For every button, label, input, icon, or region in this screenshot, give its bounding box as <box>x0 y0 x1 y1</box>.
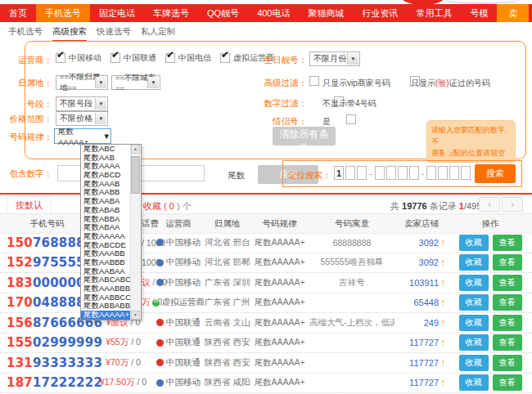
favorite-button[interactable]: 收藏 <box>459 374 489 391</box>
location-label: 归属地： <box>0 78 52 89</box>
vip-only-checkbox[interactable] <box>309 76 319 86</box>
phone-rest: 000000 <box>33 275 85 290</box>
next-page-button[interactable]: › <box>502 197 523 212</box>
subnav-item-3[interactable]: 私人定制 <box>141 26 175 42</box>
birthday-select[interactable]: 不限月份 ▼ <box>309 51 360 66</box>
position-search-button[interactable]: 搜索 <box>475 164 516 183</box>
meaning-cell: 高端大气-上档次，低调奢华... <box>309 317 394 329</box>
price-range-select[interactable]: 不限价格 ▼ <box>56 111 108 126</box>
position-digit-box[interactable] <box>449 166 459 180</box>
view-button[interactable]: 查看 <box>493 275 522 291</box>
scroll-down-icon[interactable]: ▼ <box>131 311 140 320</box>
view-button[interactable]: 查看 <box>493 355 522 371</box>
subnav-item-0[interactable]: 手机选号 <box>8 26 43 42</box>
carrier-cell: 中国移动 <box>152 237 205 248</box>
phone-number[interactable]: 18717222222 <box>0 375 94 390</box>
nav-item-3[interactable]: 车牌选号 <box>144 4 198 22</box>
subnav-item-1[interactable]: 高级搜索 <box>52 26 87 42</box>
favorite-button[interactable]: 收藏 <box>459 334 489 351</box>
region-cell: 陕西省 咸阳 <box>205 377 250 388</box>
chevron-down-icon[interactable]: ▼ <box>147 77 159 88</box>
view-button[interactable]: 查看 <box>493 235 522 251</box>
subnav-item-2[interactable]: 快速选号 <box>97 26 131 42</box>
favorite-button[interactable]: 收藏 <box>459 275 489 291</box>
phone-prefix: 170 <box>7 295 33 310</box>
birthday-label: 生日靓号： <box>260 55 307 66</box>
position-digit-box[interactable] <box>357 166 367 180</box>
view-button[interactable]: 查看 <box>493 294 522 311</box>
shop-link[interactable]: 65448 <box>413 298 439 307</box>
nav-item-1[interactable]: 手机选号 <box>36 4 90 22</box>
province-select[interactable]: ==不限归属地== ▼ <box>56 75 108 90</box>
position-digit-box[interactable] <box>409 166 419 180</box>
nav-item-2[interactable]: 固定电话 <box>90 4 144 22</box>
up-arrow-icon: ↑ <box>440 337 445 348</box>
seller-center-link[interactable]: 卖家服务中心 <box>497 4 529 22</box>
favorite-button[interactable]: 收藏 <box>459 254 489 271</box>
prev-page-button[interactable]: ‹ <box>479 197 500 212</box>
chevron-down-icon[interactable]: ▼ <box>103 132 110 141</box>
operator-option[interactable]: ✔中国电信 <box>165 52 211 64</box>
favorites-counter[interactable]: 收藏 ( 0 ) 个 <box>143 200 192 213</box>
position-digit-box[interactable] <box>438 166 448 180</box>
sort-default-button[interactable]: 按默认 <box>7 196 52 215</box>
checkbox-checked[interactable]: ✔ <box>110 53 120 63</box>
position-digit-box[interactable] <box>461 166 471 180</box>
region-cell: 河北省 邢台 <box>205 237 250 248</box>
nav-item-0[interactable]: 首页 <box>0 4 36 22</box>
nav-item-6[interactable]: 聚猫商城 <box>299 4 353 22</box>
shop-link[interactable]: 3092 <box>419 257 439 267</box>
shop-link[interactable]: 3092 <box>419 238 439 248</box>
view-button[interactable]: 查看 <box>493 315 522 331</box>
nav-item-7[interactable]: 行业资讯 <box>353 4 407 22</box>
table-row: 13193333333¥70万 / 0中国联通陕西省 西安尾数AAAAA+117… <box>0 353 532 374</box>
shop-link[interactable]: 117727 <box>409 358 439 368</box>
meaning-cell: 吉祥号 <box>309 277 394 289</box>
price-range-select-value: 不限价格 <box>60 113 92 124</box>
favorites-suffix: ) 个 <box>177 201 192 211</box>
operator-option[interactable]: ✔中国联通 <box>110 52 156 64</box>
view-button[interactable]: 查看 <box>493 254 522 271</box>
nav-item-4[interactable]: QQ靓号 <box>198 4 248 22</box>
nav-item-9[interactable]: 号模 <box>461 4 497 22</box>
position-digit-box[interactable] <box>386 166 396 180</box>
segment-select-value: 不限号段 <box>60 98 92 110</box>
position-digit-box[interactable] <box>426 166 436 180</box>
position-digit-box[interactable] <box>375 166 385 180</box>
checkbox-checked[interactable]: ✔ <box>165 53 175 63</box>
clear-all-button[interactable]: 清除所有条件 <box>273 127 336 146</box>
pattern-select[interactable]: 尾数AAAAA+ ▼ <box>54 128 111 144</box>
shop-link[interactable]: 117727 <box>409 378 439 387</box>
couple-checkbox[interactable] <box>346 114 356 124</box>
chevron-down-icon[interactable]: ▼ <box>347 53 358 65</box>
dropdown-scrollbar[interactable]: ▲ ▼ <box>130 145 141 320</box>
position-digit-box[interactable] <box>345 166 355 180</box>
checkbox-checked[interactable]: ✔ <box>56 53 65 63</box>
chevron-down-icon[interactable]: ▼ <box>95 113 106 124</box>
phone-number[interactable]: 15502999999 <box>0 335 94 350</box>
view-button[interactable]: 查看 <box>493 334 522 351</box>
segment-select[interactable]: 不限号段 ▼ <box>56 96 108 111</box>
scroll-up-icon[interactable]: ▲ <box>131 145 140 154</box>
position-digit-box[interactable]: 1 <box>334 166 344 180</box>
shop-link[interactable]: 117727 <box>409 338 439 347</box>
main-nav: 首页手机选号固定电话车牌选号QQ靓号400电话聚猫商城行业资讯常用工具号模卖家服… <box>0 4 532 22</box>
nav-item-8[interactable]: 常用工具 <box>407 4 461 22</box>
checkbox-checked[interactable]: ✔ <box>220 53 230 63</box>
col-header-7: 操作 <box>449 218 532 230</box>
view-button[interactable]: 查看 <box>493 374 522 391</box>
phone-number[interactable]: 13193333333 <box>0 356 94 370</box>
chevron-down-icon[interactable]: ▼ <box>95 77 106 88</box>
shop-link[interactable]: 249 <box>424 318 439 328</box>
scrollbar-thumb[interactable] <box>131 156 140 194</box>
favorite-button[interactable]: 收藏 <box>459 235 489 251</box>
chevron-down-icon[interactable]: ▼ <box>95 98 106 110</box>
favorite-button[interactable]: 收藏 <box>459 315 489 331</box>
favorite-button[interactable]: 收藏 <box>459 294 489 311</box>
nav-item-5[interactable]: 400电话 <box>248 4 299 22</box>
operator-option[interactable]: ✔中国移动 <box>56 52 101 64</box>
favorite-button[interactable]: 收藏 <box>459 355 489 371</box>
shop-link[interactable]: 103911 <box>409 278 439 288</box>
city-select[interactable]: ==不限城市== ▼ <box>111 75 160 90</box>
position-digit-box[interactable] <box>398 166 408 180</box>
